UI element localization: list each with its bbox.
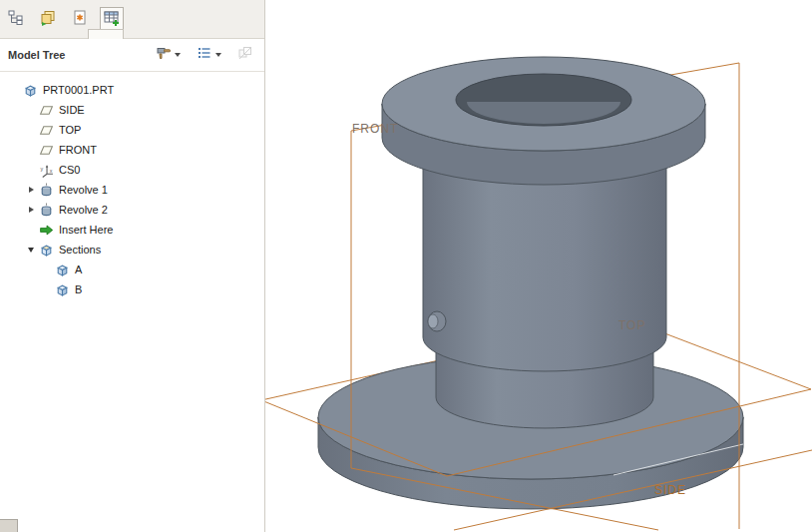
section-box-icon	[54, 282, 70, 297]
tree-item-part[interactable]: PRT0001.PRT	[0, 80, 264, 100]
pin-cap	[428, 314, 438, 328]
tree-item-label: A	[75, 260, 82, 279]
tree-item-revolve[interactable]: Revolve 1	[0, 180, 264, 200]
tree-display-toggle-button[interactable]	[234, 42, 256, 68]
folder-browser-tab-button[interactable]	[36, 7, 60, 31]
tree-item-datum-plane[interactable]: TOP	[0, 120, 264, 140]
model-tree-header-tools	[153, 42, 256, 68]
twisty-spacer	[8, 83, 22, 97]
tree-filters-button[interactable]	[153, 42, 184, 68]
datum-plane-icon	[38, 103, 54, 118]
section-box-icon	[54, 263, 70, 277]
chevron-down-icon[interactable]	[175, 53, 181, 57]
twisty-spacer	[40, 282, 54, 296]
3d-model-canvas: FRONT TOP SIDE	[265, 0, 812, 532]
expand-arrow-icon[interactable]	[24, 183, 38, 197]
tree-item-label: CS0	[59, 160, 80, 180]
model-tree: PRT0001.PRT SIDE TOP	[0, 72, 264, 299]
model-tree-icon	[7, 9, 25, 30]
part-icon	[22, 83, 38, 98]
navigator-toolbar	[0, 0, 264, 39]
twisty-spacer	[24, 143, 38, 157]
tree-item-label: PRT0001.PRT	[43, 80, 114, 100]
chevron-down-icon[interactable]	[215, 53, 221, 57]
favorites-tab-button[interactable]	[68, 7, 92, 31]
model-tree-tab-button[interactable]	[4, 7, 28, 31]
tree-item-label: Insert Here	[59, 220, 113, 240]
twisty-spacer	[24, 223, 38, 237]
datum-plane-icon	[38, 123, 54, 138]
tree-table-icon	[103, 9, 121, 30]
revolve-feature-icon	[38, 203, 54, 218]
svg-text:y: y	[40, 165, 43, 171]
application-window: Model Tree	[0, 0, 812, 532]
insert-arrow-icon	[38, 223, 54, 238]
twisty-spacer	[40, 263, 54, 276]
datum-label-side[interactable]: SIDE	[654, 483, 686, 497]
page-asterisk-icon	[71, 9, 89, 30]
active-tab-notch	[88, 29, 124, 39]
datum-label-top[interactable]: TOP	[618, 318, 645, 332]
panel-title: Model Tree	[8, 49, 65, 61]
tree-item-section[interactable]: B	[0, 279, 264, 299]
navigator-pane: Model Tree	[0, 0, 265, 532]
tree-item-label: Revolve 1	[59, 180, 108, 200]
3d-viewport[interactable]: FRONT TOP SIDE	[265, 0, 812, 532]
tree-item-label: TOP	[59, 120, 81, 140]
tree-item-label: SIDE	[59, 100, 85, 120]
tree-item-insert-here[interactable]: Insert Here	[0, 220, 264, 240]
collapse-arrow-icon[interactable]	[24, 243, 38, 257]
tree-settings-button[interactable]	[194, 42, 224, 68]
revolve-feature-icon	[38, 183, 54, 198]
tree-item-label: Sections	[59, 240, 101, 260]
connections-tab-button[interactable]	[100, 7, 124, 31]
coordinate-system-icon: y x	[38, 163, 54, 178]
scrollbar-corner	[0, 519, 18, 532]
tree-item-datum-plane[interactable]: SIDE	[0, 100, 264, 120]
twisty-spacer	[24, 103, 38, 117]
tree-item-label: B	[75, 279, 82, 299]
tree-display-icon	[237, 45, 253, 65]
datum-plane-icon	[38, 143, 54, 158]
tree-item-section[interactable]: A	[0, 260, 264, 279]
tree-item-label: FRONT	[59, 140, 97, 160]
tree-item-coordinate-system[interactable]: y x CS0	[0, 160, 264, 180]
filter-hammer-icon	[156, 45, 172, 65]
twisty-spacer	[24, 163, 38, 177]
model-tree-header: Model Tree	[0, 39, 264, 72]
tree-item-datum-plane[interactable]: FRONT	[0, 140, 264, 160]
tree-item-label: Revolve 2	[59, 200, 108, 220]
expand-arrow-icon[interactable]	[24, 203, 38, 217]
list-settings-icon	[197, 45, 212, 65]
svg-text:x: x	[49, 167, 52, 173]
section-box-icon	[38, 243, 54, 258]
folder-tree-icon	[39, 9, 57, 30]
tree-item-sections[interactable]: Sections	[0, 240, 264, 260]
datum-label-front[interactable]: FRONT	[352, 122, 398, 136]
twisty-spacer	[24, 123, 38, 137]
tree-item-revolve[interactable]: Revolve 2	[0, 200, 264, 220]
